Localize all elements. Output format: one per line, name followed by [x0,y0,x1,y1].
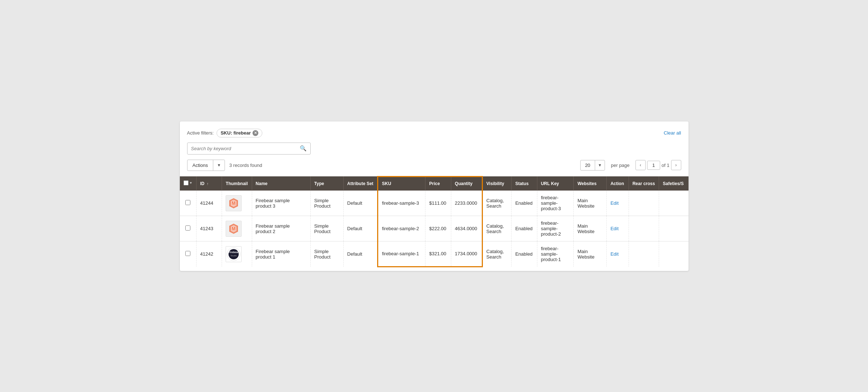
row2-thumbnail-img: M [226,221,242,237]
th-visibility[interactable]: Visibility [482,176,512,191]
row3-checkbox-cell [180,241,197,267]
row3-urlkey: firebear-sample-product-1 [537,241,574,267]
row1-thumbnail-img: M [226,195,242,211]
actions-dropdown[interactable]: Actions ▼ [187,160,225,171]
sku-filter-text: SKU: firebear [221,130,251,136]
row1-sku: firebear-sample-3 [378,191,425,216]
row2-id: 41243 [196,216,222,241]
pagination: ‹ 1 of 1 › [635,160,681,170]
row2-quantity: 4634.0000 [451,216,482,241]
row1-safeties [659,191,689,216]
th-quantity-label: Quantity [455,181,473,186]
th-status[interactable]: Status [512,176,537,191]
row3-thumbnail-img: Firebear Studio [226,246,242,262]
row2-checkbox[interactable] [185,225,190,231]
search-bar: 🔍 [187,143,311,155]
records-found: 3 records found [229,163,262,168]
row1-edit-link[interactable]: Edit [610,200,618,206]
th-websites-label: Websites [577,181,596,186]
row2-action: Edit [607,216,629,241]
th-safeties-label: Safeties/S [663,181,683,186]
th-thumbnail: Thumbnail [222,176,252,191]
row3-status: Enabled [512,241,537,267]
per-page-select[interactable]: 20 ▼ [580,160,605,171]
actions-label: Actions [187,160,214,171]
active-filters-label: Active filters: [187,130,214,136]
row3-checkbox[interactable] [185,251,190,256]
th-attrset-label: Attribute Set [347,181,374,186]
th-safeties: Safeties/S [659,176,689,191]
toolbar-left: Actions ▼ 3 records found [187,160,262,171]
row1-name: Firebear sample product 3 [252,191,310,216]
row3-type: Simple Product [310,241,343,267]
row2-visibility: Catalog, Search [482,216,512,241]
row1-checkbox-cell [180,191,197,216]
th-attrset[interactable]: Attribute Set [343,176,378,191]
row3-safeties [659,241,689,267]
row2-checkbox-cell [180,216,197,241]
th-type-label: Type [314,181,324,186]
magento-logo-icon: M [228,223,239,235]
th-websites[interactable]: Websites [574,176,607,191]
actions-dropdown-arrow: ▼ [213,160,225,170]
current-page[interactable]: 1 [647,161,660,170]
th-type[interactable]: Type [310,176,343,191]
per-page-arrow-icon: ▼ [595,161,605,169]
page-of: of 1 [662,163,670,168]
table-header-row: ▼ ID ↑ Thumbnail Name Type [180,176,689,191]
toolbar-right: 20 ▼ per page ‹ 1 of 1 › [580,160,681,171]
th-urlkey[interactable]: URL Key [537,176,574,191]
row3-edit-link[interactable]: Edit [610,251,618,257]
prev-page-button[interactable]: ‹ [635,160,646,170]
row1-type: Simple Product [310,191,343,216]
th-checkbox: ▼ [180,176,197,191]
search-input[interactable] [191,143,300,154]
row3-name: Firebear sample product 1 [252,241,310,267]
row3-attrset: Default [343,241,378,267]
products-table: ▼ ID ↑ Thumbnail Name Type [180,176,689,267]
row1-attrset: Default [343,191,378,216]
select-all-checkbox[interactable] [183,180,189,185]
per-page-value: 20 [581,160,595,170]
id-sort-icon: ↑ [207,182,209,186]
row1-rearcross [629,191,659,216]
row2-attrset: Default [343,216,378,241]
th-id-label: ID [200,181,205,186]
th-quantity[interactable]: Quantity [451,176,482,191]
row3-rearcross [629,241,659,267]
row1-visibility: Catalog, Search [482,191,512,216]
th-price[interactable]: Price [425,176,451,191]
row1-websites: Main Website [574,191,607,216]
row1-checkbox[interactable] [185,200,190,205]
table-row: 41244 M Firebear sample product 3 Simple… [180,191,689,216]
clear-all-link[interactable]: Clear all [664,130,681,136]
row3-quantity: 1734.0000 [451,241,482,267]
row3-websites: Main Website [574,241,607,267]
row1-status: Enabled [512,191,537,216]
remove-filter-button[interactable]: ✕ [253,130,258,136]
th-id[interactable]: ID ↑ [196,176,222,191]
sku-filter-chip[interactable]: SKU: firebear ✕ [217,129,262,137]
search-icon: 🔍 [300,145,307,152]
th-sku-label: SKU [382,181,391,186]
th-rearcross: Rear cross [629,176,659,191]
row3-sku: firebear-sample-1 [378,241,425,267]
row2-rearcross [629,216,659,241]
svg-text:M: M [232,201,235,206]
svg-text:Firebear: Firebear [229,251,239,253]
next-page-button[interactable]: › [671,160,681,170]
main-card: Active filters: SKU: firebear ✕ Clear al… [180,121,689,271]
row2-sku: firebear-sample-2 [378,216,425,241]
active-filters-left: Active filters: SKU: firebear ✕ [187,129,263,137]
row2-edit-link[interactable]: Edit [610,226,618,231]
th-name[interactable]: Name [252,176,310,191]
svg-text:M: M [232,226,235,231]
th-action-label: Action [610,181,624,186]
row3-visibility: Catalog, Search [482,241,512,267]
th-price-label: Price [429,181,440,186]
th-status-label: Status [515,181,529,186]
th-sku[interactable]: SKU [378,176,425,191]
firebear-logo-icon: Firebear Studio [226,247,241,261]
row3-action: Edit [607,241,629,267]
th-urlkey-label: URL Key [541,181,559,186]
